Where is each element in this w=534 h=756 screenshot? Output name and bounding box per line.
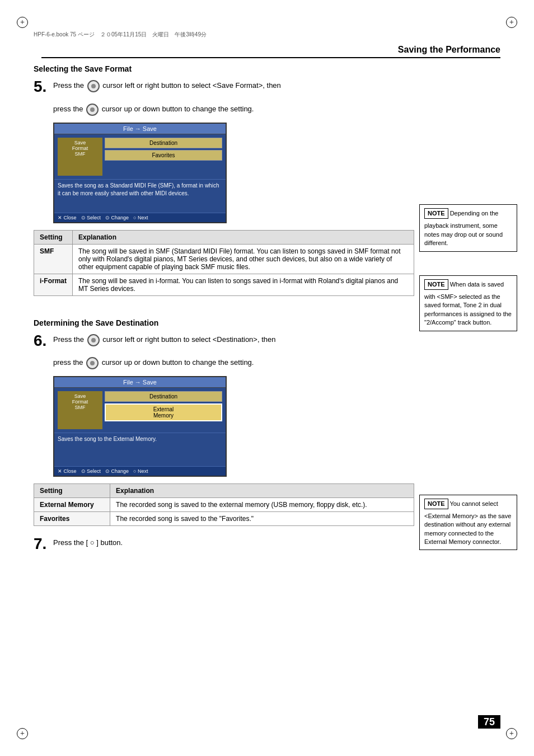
step5-line1: Press the cursor left or right button to… — [53, 80, 281, 92]
note-box-3: NOTE You cannot select <External Memory>… — [419, 495, 517, 551]
table1-header-setting: Setting — [34, 230, 73, 244]
step5-container: 5. Press the cursor left or right button… — [34, 80, 414, 116]
screen1-left-line2: Format — [60, 145, 100, 151]
table1-header-explanation: Explanation — [73, 230, 414, 244]
reg-mark-tl — [17, 17, 28, 28]
page-number-box: 75 — [478, 715, 500, 729]
screen1-btn-favorites[interactable]: Favorites — [105, 150, 222, 161]
table1-row2-setting: i-Format — [34, 274, 73, 295]
table1-row1-setting: SMF — [34, 244, 73, 274]
spacer1 — [34, 307, 414, 318]
step5-line1-pre: Press the — [53, 81, 84, 90]
screen2-description: Saves the song to the External Memory. — [54, 433, 226, 466]
step5-line1-post: cursor left or right button to select <S… — [102, 81, 281, 90]
step6-line1: Press the cursor left or right button to… — [53, 334, 275, 346]
table1-row1-explanation: The song will be saved in SMF (Standard … — [73, 244, 414, 274]
table2-header-explanation: Explanation — [110, 484, 414, 498]
screen1-description: Saves the song as a Standard MIDI File (… — [54, 179, 226, 213]
page-title: Saving the Performance — [41, 45, 500, 58]
section5-heading: Selecting the Save Format — [34, 64, 414, 73]
section6-heading: Determining the Save Destination — [34, 318, 414, 327]
step6-line1-post: cursor left or right button to select <D… — [102, 335, 275, 344]
screen2-body: Save Format SMF Destination ExternalMemo… — [54, 388, 226, 433]
step5-line2: press the cursor up or down button to ch… — [53, 104, 281, 116]
step5-text: Press the cursor left or right button to… — [53, 80, 281, 116]
screen1-footer-next[interactable]: ○ Next — [133, 215, 148, 220]
table-row: i-Format The song will be saved in i-for… — [34, 274, 414, 295]
screen1-footer-change[interactable]: ⊙ Change — [105, 215, 129, 220]
screen2-footer-select[interactable]: ⊙ Select — [81, 468, 101, 474]
step5-line2-pre: press the — [53, 105, 83, 113]
cursor-icon-3 — [87, 334, 100, 346]
screen1-left: Save Format SMF — [58, 138, 102, 176]
screen2-footer-next[interactable]: ○ Next — [133, 468, 148, 474]
screen-mockup-1: File → Save Save Format SMF Destination … — [53, 123, 227, 223]
step6-line2-post: cursor up or down button to change the s… — [102, 358, 254, 367]
reg-mark-br — [506, 728, 517, 739]
settings-table-1: Setting Explanation SMF The song will be… — [34, 230, 414, 296]
cursor-icon-2 — [86, 104, 99, 116]
screen1-left-line3: SMF — [60, 151, 100, 157]
table-row: SMF The song will be saved in SMF (Stand… — [34, 244, 414, 274]
side-notes: NOTE Depending on the playback instrumen… — [419, 64, 517, 557]
reg-mark-bl — [17, 728, 28, 739]
screen2-footer: ✕ Close ⊙ Select ⊙ Change ○ Next — [54, 466, 226, 476]
screen2-right: Destination ExternalMemory — [105, 391, 222, 429]
step7-text: Press the [ ○ ] button. — [53, 537, 123, 548]
main-content: Selecting the Save Format 5. Press the c… — [34, 64, 414, 556]
step6-text: Press the cursor left or right button to… — [53, 334, 275, 370]
screen2-left: Save Format SMF — [58, 391, 102, 429]
screen1-right: Destination Favorites — [105, 138, 222, 176]
step5-line2-post: cursor up or down button to change the s… — [102, 105, 254, 113]
step6-line1-pre: Press the — [53, 335, 84, 344]
notes-spacer-top — [419, 64, 517, 204]
step7-container: 7. Press the [ ○ ] button. — [34, 537, 414, 552]
step7-number: 7. — [34, 536, 53, 552]
table2-row2-setting: Favorites — [34, 512, 110, 526]
notes-spacer-mid2 — [419, 338, 517, 495]
screen2-btn-destination[interactable]: Destination — [105, 391, 222, 402]
table2-row2-explanation: The recorded song is saved to the "Favor… — [110, 512, 414, 526]
table2-header-setting: Setting — [34, 484, 110, 498]
reg-mark-tr — [506, 17, 517, 28]
screen2-left-line3: SMF — [60, 405, 100, 410]
cursor-icon-4 — [86, 357, 99, 369]
cursor-icon-1 — [87, 80, 100, 92]
note2-label: NOTE — [424, 279, 448, 290]
step6-line2-pre: press the — [53, 358, 83, 367]
screen1-left-line1: Save — [60, 140, 100, 145]
note3-label: NOTE — [424, 499, 448, 509]
table-row: External Memory The recorded song is sav… — [34, 498, 414, 512]
screen2-title: File → Save — [54, 377, 226, 388]
step6-container: 6. Press the cursor left or right button… — [34, 334, 414, 370]
screen1-btn-destination[interactable]: Destination — [105, 138, 222, 148]
table1-row2-explanation: The song will be saved in i-format. You … — [73, 274, 414, 295]
screen2-left-line1: Save — [60, 393, 100, 399]
table-row: Favorites The recorded song is saved to … — [34, 512, 414, 526]
table2-row1-explanation: The recorded song is saved to the extern… — [110, 498, 414, 512]
screen1-footer: ✕ Close ⊙ Select ⊙ Change ○ Next — [54, 213, 226, 222]
screen2-footer-change[interactable]: ⊙ Change — [105, 468, 129, 474]
screen1-footer-close[interactable]: ✕ Close — [58, 215, 77, 220]
settings-table-2: Setting Explanation External Memory The … — [34, 483, 414, 526]
step6-number: 6. — [34, 333, 53, 349]
note1-label: NOTE — [424, 208, 448, 219]
screen1-title: File → Save — [54, 124, 226, 134]
step5-number: 5. — [34, 79, 53, 95]
page-number: 75 — [478, 715, 500, 728]
note-box-1: NOTE Depending on the playback instrumen… — [419, 204, 517, 252]
screen1-body: Save Format SMF Destination Favorites — [54, 134, 226, 179]
screen2-btn-external[interactable]: ExternalMemory — [105, 403, 222, 421]
note-box-2: NOTE When data is saved with <SMF> selec… — [419, 275, 517, 331]
screen2-footer-close[interactable]: ✕ Close — [58, 468, 77, 474]
screen2-left-line2: Format — [60, 399, 100, 405]
notes-spacer-mid1 — [419, 259, 517, 275]
table2-row1-setting: External Memory — [34, 498, 110, 512]
step6-line2: press the cursor up or down button to ch… — [53, 357, 275, 369]
page-container: HPF-6-e.book 75 ページ ２０05年11月15日 火曜日 午後3時… — [0, 0, 534, 756]
screen1-footer-select[interactable]: ⊙ Select — [81, 215, 101, 220]
header-meta: HPF-6-e.book 75 ページ ２０05年11月15日 火曜日 午後3時… — [34, 31, 207, 39]
screen-mockup-2: File → Save Save Format SMF Destination … — [53, 376, 227, 477]
